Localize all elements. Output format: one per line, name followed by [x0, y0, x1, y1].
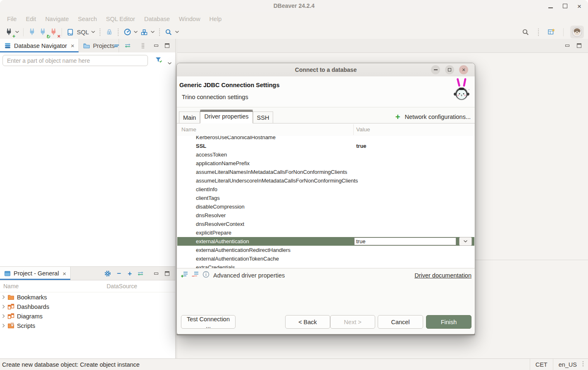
tree-item-dashboards[interactable]: Dashboards — [0, 302, 175, 311]
property-row-extraCredentials[interactable]: extraCredentials — [177, 263, 474, 268]
connect-icon[interactable] — [26, 27, 37, 38]
property-row-disableCompression[interactable]: disableCompression — [177, 202, 474, 211]
menu-window[interactable]: Window — [174, 16, 205, 22]
property-row-externalAuthentication[interactable]: externalAuthentication — [177, 237, 474, 246]
object-filter-input[interactable] — [2, 55, 148, 66]
property-value-dropdown-button[interactable] — [459, 237, 472, 246]
dialog-minimize-icon[interactable] — [431, 65, 440, 74]
status-locale[interactable]: en_US — [553, 361, 582, 368]
filter-dropdown-icon[interactable] — [167, 59, 172, 66]
settings-gear-icon[interactable] — [103, 267, 112, 280]
tab-project-general[interactable]: Project - General × — [0, 267, 71, 280]
property-row-explicitPrepare[interactable]: explicitPrepare — [177, 228, 474, 237]
user-avatar[interactable] — [570, 26, 584, 38]
auto-commit-lock-icon[interactable] — [104, 27, 114, 38]
column-header-name[interactable]: Name — [3, 283, 19, 289]
maximize-panel-icon[interactable] — [163, 267, 171, 280]
menu-edit[interactable]: Edit — [21, 16, 40, 22]
sql-editor-button[interactable]: SQL — [77, 29, 89, 36]
search-dropdown-icon[interactable] — [174, 27, 180, 38]
driver-manager-icon[interactable] — [139, 27, 150, 38]
menu-database[interactable]: Database — [140, 16, 174, 22]
property-row-KerberosUseCanonicalHostname[interactable]: KerberosUseCanonicalHostname — [177, 136, 474, 142]
open-perspective-icon[interactable] — [546, 27, 557, 38]
back-button[interactable]: < Back — [285, 315, 330, 329]
property-name: clientTags — [177, 194, 474, 202]
expand-chevron-icon[interactable] — [2, 304, 5, 310]
project-panel: Project - General × − + Name DataSource … — [0, 266, 176, 358]
sql-script-icon[interactable] — [65, 27, 76, 38]
column-header-name[interactable]: Name — [181, 126, 196, 133]
menu-search[interactable]: Search — [74, 16, 102, 22]
property-row-assumeLiteralNamesInMetadataCallsForNonConformingClients[interactable]: assumeLiteralNamesInMetadataCallsForNonC… — [177, 168, 474, 176]
property-row-applicationNamePrefix[interactable]: applicationNamePrefix — [177, 159, 474, 168]
finish-button[interactable]: Finish — [426, 315, 471, 329]
maximize-panel-icon[interactable] — [163, 39, 171, 52]
driver-documentation-link[interactable]: Driver documentation — [414, 272, 471, 279]
tab-main[interactable]: Main — [179, 111, 200, 123]
property-row-clientInfo[interactable]: clientInfo — [177, 185, 474, 194]
menu-navigate[interactable]: Navigate — [40, 16, 73, 22]
cancel-button[interactable]: Cancel — [378, 315, 423, 329]
minimize-panel-icon[interactable] — [152, 39, 160, 52]
dashboard-gauge-icon[interactable] — [122, 27, 133, 38]
status-timezone[interactable]: CET — [530, 361, 553, 368]
expand-chevron-icon[interactable] — [2, 313, 5, 320]
maximize-panel-icon[interactable] — [575, 39, 583, 52]
link-with-editor-icon[interactable] — [124, 39, 132, 52]
column-header-datasource[interactable]: DataSource — [107, 283, 137, 289]
window-close-icon[interactable]: × — [577, 3, 581, 10]
window-minimize-icon[interactable] — [548, 2, 553, 10]
minimize-panel-icon[interactable] — [563, 39, 571, 52]
tree-item-bookmarks[interactable]: Bookmarks — [0, 292, 175, 302]
tree-item-scripts[interactable]: Scripts — [0, 321, 175, 330]
property-row-clientTags[interactable]: clientTags — [177, 194, 474, 202]
property-row-dnsResolverContext[interactable]: dnsResolverContext — [177, 220, 474, 228]
reconnect-icon[interactable]: ↻ — [37, 27, 48, 38]
search-objects-icon[interactable] — [163, 27, 174, 38]
tree-item-diagrams[interactable]: Diagrams — [0, 311, 175, 321]
driver-manager-dropdown-icon[interactable] — [150, 27, 156, 38]
collapse-all-icon[interactable] — [112, 39, 121, 52]
property-row-externalAuthenticationRedirectHandlers[interactable]: externalAuthenticationRedirectHandlers — [177, 246, 474, 254]
menu-file[interactable]: File — [2, 16, 21, 22]
view-menu-dots-icon[interactable] — [139, 39, 147, 52]
property-row-accessToken[interactable]: accessToken — [177, 150, 474, 159]
collapse-icon[interactable]: − — [115, 267, 123, 280]
expand-icon[interactable]: + — [126, 267, 134, 280]
tab-driver-properties[interactable]: Driver properties — [200, 109, 252, 123]
property-row-assumeLiteralUnderscoreInMetadataCallsForNonConformingClients[interactable]: assumeLiteralUnderscoreInMetadataCallsFo… — [177, 176, 474, 185]
expand-chevron-icon[interactable] — [2, 323, 5, 329]
add-property-icon[interactable] — [181, 271, 188, 280]
disconnect-icon[interactable]: × — [48, 27, 59, 38]
tab-close-icon[interactable]: × — [63, 270, 67, 277]
tab-close-icon[interactable]: × — [71, 42, 74, 49]
column-header-value[interactable]: Value — [356, 126, 370, 133]
dashboard-dropdown-icon[interactable] — [133, 27, 139, 38]
property-row-dnsResolver[interactable]: dnsResolver — [177, 211, 474, 220]
property-row-SSL[interactable]: SSLtrue — [177, 142, 474, 150]
status-menu-dots-icon[interactable] — [582, 361, 588, 368]
filter-funnel-icon[interactable] — [155, 57, 163, 65]
dialog-titlebar[interactable]: Connect to a database × — [177, 63, 475, 77]
property-row-externalAuthenticationTokenCache[interactable]: externalAuthenticationTokenCache — [177, 254, 474, 263]
dialog-close-icon[interactable]: × — [459, 65, 468, 74]
tab-ssh[interactable]: SSH — [253, 111, 274, 123]
property-name: dnsResolver — [177, 211, 474, 220]
sql-editor-dropdown-icon[interactable] — [90, 27, 96, 38]
dialog-maximize-icon[interactable] — [445, 65, 454, 74]
quick-search-icon[interactable] — [520, 27, 531, 38]
network-configurations-button[interactable]: + Network configurations... — [395, 113, 471, 121]
window-maximize-icon[interactable] — [563, 2, 567, 10]
new-connection-icon[interactable]: + — [3, 27, 14, 38]
menu-help[interactable]: Help — [205, 16, 226, 22]
link-with-editor-icon[interactable] — [136, 267, 145, 280]
expand-chevron-icon[interactable] — [2, 294, 5, 301]
menu-sql-editor[interactable]: SQL Editor — [102, 16, 140, 22]
minimize-panel-icon[interactable] — [152, 267, 160, 280]
property-value-input[interactable] — [354, 237, 456, 245]
remove-property-icon[interactable] — [192, 271, 199, 280]
test-connection-button[interactable]: Test Connection ... — [181, 315, 236, 329]
tab-database-navigator[interactable]: Database Navigator × — [0, 39, 79, 52]
column-divider[interactable] — [353, 124, 354, 135]
